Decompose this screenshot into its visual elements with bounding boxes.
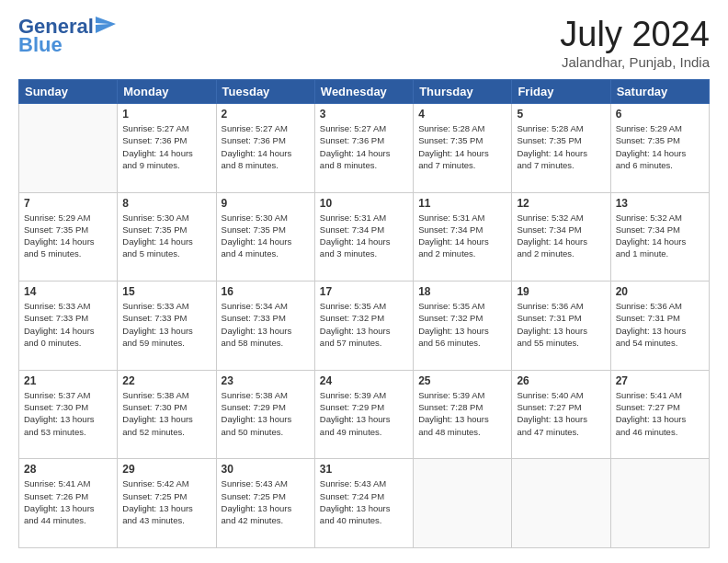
- calendar-cell: 9Sunrise: 5:30 AMSunset: 7:35 PMDaylight…: [216, 192, 314, 282]
- day-number: 1: [122, 108, 210, 121]
- day-number: 28: [24, 463, 112, 476]
- day-info: Sunrise: 5:37 AMSunset: 7:30 PMDaylight:…: [24, 389, 112, 438]
- calendar-cell: 27Sunrise: 5:41 AMSunset: 7:27 PMDayligh…: [610, 370, 709, 459]
- day-number: 27: [616, 374, 704, 387]
- calendar-cell: 12Sunrise: 5:32 AMSunset: 7:34 PMDayligh…: [512, 192, 610, 282]
- calendar-cell: 18Sunrise: 5:35 AMSunset: 7:32 PMDayligh…: [414, 282, 512, 371]
- day-number: 13: [616, 197, 704, 210]
- day-info: Sunrise: 5:36 AMSunset: 7:31 PMDaylight:…: [517, 300, 605, 349]
- calendar-cell: 7Sunrise: 5:29 AMSunset: 7:35 PMDaylight…: [19, 192, 118, 282]
- day-number: 6: [616, 108, 704, 121]
- calendar-cell: 15Sunrise: 5:33 AMSunset: 7:33 PMDayligh…: [118, 282, 216, 371]
- day-info: Sunrise: 5:31 AMSunset: 7:34 PMDaylight:…: [418, 212, 506, 260]
- day-info: Sunrise: 5:27 AMSunset: 7:36 PMDaylight:…: [122, 122, 210, 171]
- logo: General Blue: [18, 15, 116, 57]
- calendar-cell: 2Sunrise: 5:27 AMSunset: 7:36 PMDaylight…: [216, 104, 314, 193]
- header: General Blue July 2024 Jalandhar, Punjab…: [18, 15, 710, 70]
- day-info: Sunrise: 5:29 AMSunset: 7:35 PMDaylight:…: [616, 122, 704, 171]
- calendar-cell: [512, 459, 610, 548]
- calendar-cell: 20Sunrise: 5:36 AMSunset: 7:31 PMDayligh…: [610, 282, 709, 371]
- col-monday: Monday: [118, 80, 216, 104]
- calendar-cell: 19Sunrise: 5:36 AMSunset: 7:31 PMDayligh…: [512, 282, 610, 371]
- day-number: 15: [122, 285, 210, 298]
- day-number: 8: [122, 197, 210, 210]
- day-info: Sunrise: 5:34 AMSunset: 7:33 PMDaylight:…: [222, 300, 310, 349]
- day-number: 2: [222, 108, 310, 121]
- calendar-cell: 26Sunrise: 5:40 AMSunset: 7:27 PMDayligh…: [512, 370, 610, 459]
- day-info: Sunrise: 5:33 AMSunset: 7:33 PMDaylight:…: [122, 300, 210, 349]
- col-friday: Friday: [512, 80, 610, 104]
- day-number: 9: [222, 197, 310, 210]
- day-info: Sunrise: 5:43 AMSunset: 7:25 PMDaylight:…: [222, 477, 310, 526]
- day-info: Sunrise: 5:31 AMSunset: 7:34 PMDaylight:…: [320, 212, 408, 260]
- col-thursday: Thursday: [414, 80, 512, 104]
- day-info: Sunrise: 5:39 AMSunset: 7:28 PMDaylight:…: [418, 389, 506, 438]
- main-title: July 2024: [560, 15, 710, 54]
- day-info: Sunrise: 5:36 AMSunset: 7:31 PMDaylight:…: [616, 300, 704, 349]
- day-number: 23: [222, 374, 310, 387]
- day-info: Sunrise: 5:27 AMSunset: 7:36 PMDaylight:…: [320, 122, 408, 171]
- calendar-week-5: 28Sunrise: 5:41 AMSunset: 7:26 PMDayligh…: [19, 459, 710, 548]
- day-info: Sunrise: 5:27 AMSunset: 7:36 PMDaylight:…: [222, 122, 310, 171]
- logo-blue: Blue: [18, 33, 63, 57]
- calendar-cell: 21Sunrise: 5:37 AMSunset: 7:30 PMDayligh…: [19, 370, 118, 459]
- calendar-cell: 16Sunrise: 5:34 AMSunset: 7:33 PMDayligh…: [216, 282, 314, 371]
- day-info: Sunrise: 5:30 AMSunset: 7:35 PMDaylight:…: [122, 212, 210, 260]
- calendar-header-row: Sunday Monday Tuesday Wednesday Thursday…: [19, 80, 710, 104]
- day-number: 11: [418, 197, 506, 210]
- calendar-week-3: 14Sunrise: 5:33 AMSunset: 7:33 PMDayligh…: [19, 282, 710, 371]
- day-number: 19: [517, 285, 605, 298]
- svg-marker-0: [96, 17, 116, 33]
- day-number: 12: [517, 197, 605, 210]
- title-area: July 2024 Jalandhar, Punjab, India: [560, 15, 710, 70]
- day-number: 25: [418, 374, 506, 387]
- day-info: Sunrise: 5:32 AMSunset: 7:34 PMDaylight:…: [616, 212, 704, 260]
- calendar-cell: 13Sunrise: 5:32 AMSunset: 7:34 PMDayligh…: [610, 192, 709, 282]
- day-info: Sunrise: 5:30 AMSunset: 7:35 PMDaylight:…: [222, 212, 310, 260]
- calendar-cell: 24Sunrise: 5:39 AMSunset: 7:29 PMDayligh…: [314, 370, 413, 459]
- calendar-cell: 31Sunrise: 5:43 AMSunset: 7:24 PMDayligh…: [314, 459, 413, 548]
- calendar-cell: [414, 459, 512, 548]
- calendar-cell: 11Sunrise: 5:31 AMSunset: 7:34 PMDayligh…: [414, 192, 512, 282]
- day-info: Sunrise: 5:41 AMSunset: 7:26 PMDaylight:…: [24, 477, 112, 526]
- day-info: Sunrise: 5:43 AMSunset: 7:24 PMDaylight:…: [320, 477, 408, 526]
- day-number: 30: [222, 463, 310, 476]
- col-tuesday: Tuesday: [216, 80, 314, 104]
- day-info: Sunrise: 5:38 AMSunset: 7:30 PMDaylight:…: [122, 389, 210, 438]
- day-number: 31: [320, 463, 408, 476]
- calendar-cell: 4Sunrise: 5:28 AMSunset: 7:35 PMDaylight…: [414, 104, 512, 193]
- day-info: Sunrise: 5:35 AMSunset: 7:32 PMDaylight:…: [418, 300, 506, 349]
- day-number: 17: [320, 285, 408, 298]
- calendar-cell: 5Sunrise: 5:28 AMSunset: 7:35 PMDaylight…: [512, 104, 610, 193]
- calendar-cell: 22Sunrise: 5:38 AMSunset: 7:30 PMDayligh…: [118, 370, 216, 459]
- calendar-cell: 29Sunrise: 5:42 AMSunset: 7:25 PMDayligh…: [118, 459, 216, 548]
- calendar-cell: 6Sunrise: 5:29 AMSunset: 7:35 PMDaylight…: [610, 104, 709, 193]
- day-number: 21: [24, 374, 112, 387]
- day-number: 29: [122, 463, 210, 476]
- day-info: Sunrise: 5:41 AMSunset: 7:27 PMDaylight:…: [616, 389, 704, 438]
- day-number: 7: [24, 197, 112, 210]
- calendar-week-1: 1Sunrise: 5:27 AMSunset: 7:36 PMDaylight…: [19, 104, 710, 193]
- day-info: Sunrise: 5:35 AMSunset: 7:32 PMDaylight:…: [320, 300, 408, 349]
- calendar-cell: 14Sunrise: 5:33 AMSunset: 7:33 PMDayligh…: [19, 282, 118, 371]
- calendar-cell: 23Sunrise: 5:38 AMSunset: 7:29 PMDayligh…: [216, 370, 314, 459]
- day-info: Sunrise: 5:42 AMSunset: 7:25 PMDaylight:…: [122, 477, 210, 526]
- day-info: Sunrise: 5:39 AMSunset: 7:29 PMDaylight:…: [320, 389, 408, 438]
- calendar-week-4: 21Sunrise: 5:37 AMSunset: 7:30 PMDayligh…: [19, 370, 710, 459]
- day-number: 5: [517, 108, 605, 121]
- day-number: 10: [320, 197, 408, 210]
- calendar-cell: 30Sunrise: 5:43 AMSunset: 7:25 PMDayligh…: [216, 459, 314, 548]
- day-number: 20: [616, 285, 704, 298]
- day-number: 16: [222, 285, 310, 298]
- subtitle: Jalandhar, Punjab, India: [560, 54, 710, 70]
- calendar-cell: 1Sunrise: 5:27 AMSunset: 7:36 PMDaylight…: [118, 104, 216, 193]
- calendar-cell: [19, 104, 118, 193]
- calendar-cell: 10Sunrise: 5:31 AMSunset: 7:34 PMDayligh…: [314, 192, 413, 282]
- col-wednesday: Wednesday: [314, 80, 413, 104]
- calendar-cell: 3Sunrise: 5:27 AMSunset: 7:36 PMDaylight…: [314, 104, 413, 193]
- page: General Blue July 2024 Jalandhar, Punjab…: [0, 0, 728, 563]
- day-number: 22: [122, 374, 210, 387]
- day-number: 4: [418, 108, 506, 121]
- day-number: 18: [418, 285, 506, 298]
- day-number: 24: [320, 374, 408, 387]
